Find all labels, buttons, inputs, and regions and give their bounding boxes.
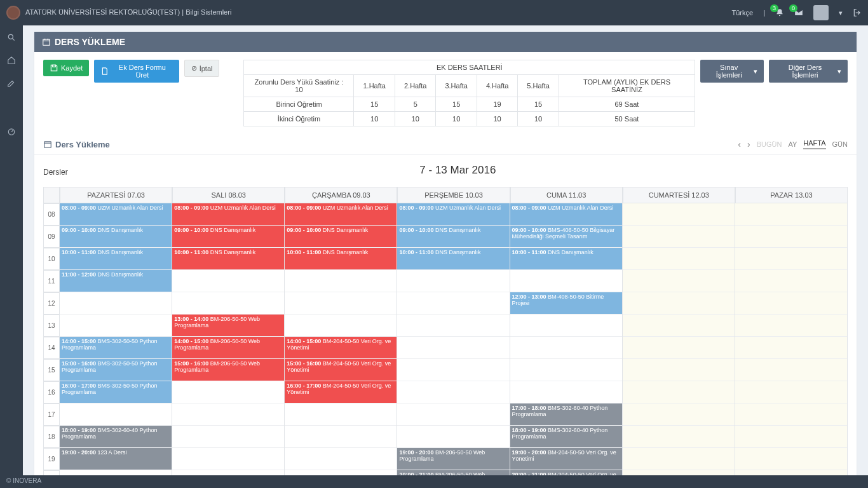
topbar-right: Türkçe | 3 0 ▾ — [732, 5, 862, 20]
chevron-down-icon[interactable]: ▾ — [839, 9, 843, 17]
logout-icon[interactable] — [853, 8, 862, 17]
app-logo — [6, 6, 20, 20]
notif-bell[interactable]: 3 — [775, 8, 784, 17]
notif-envelope[interactable]: 0 — [794, 8, 803, 17]
topbar: ATATÜRK ÜNİVERSİTESİ REKTÖRLÜĞÜ(TEST) | … — [0, 0, 868, 25]
app-title: ATATÜRK ÜNİVERSİTESİ REKTÖRLÜĞÜ(TEST) | … — [25, 8, 732, 17]
language-switch[interactable]: Türkçe — [732, 9, 754, 17]
msg-count: 0 — [789, 4, 797, 12]
user-avatar[interactable] — [813, 5, 829, 20]
notif-count: 3 — [770, 4, 778, 12]
